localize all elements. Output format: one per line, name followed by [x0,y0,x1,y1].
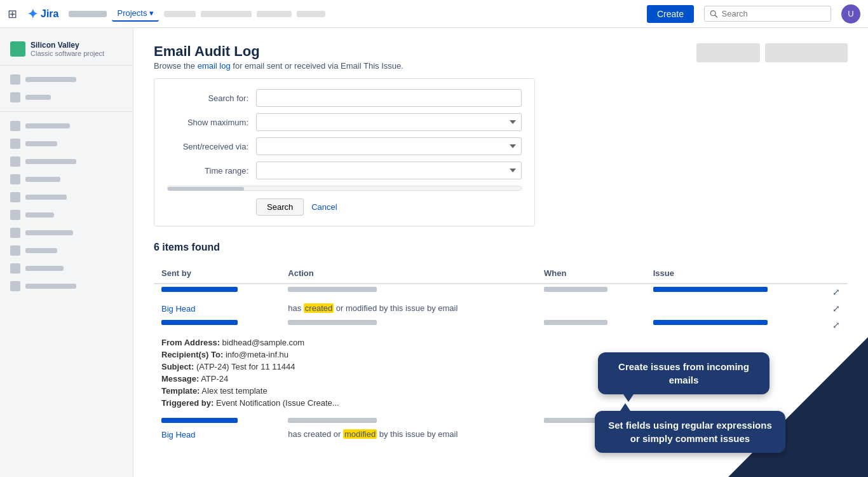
sidebar-item-9[interactable] [0,224,133,242]
bar-when-1 [544,287,607,292]
triggered-label: Triggered by: [161,398,214,408]
form-row-time: Time range: [167,162,522,179]
scrollbar-thumb[interactable] [168,187,244,191]
sidebar-item-2[interactable] [0,88,133,106]
jira-logo-icon: ✦ [27,6,38,22]
sidebar-item-11[interactable] [0,259,133,277]
table-row-bar-1: ⤢ [154,284,848,300]
cancel-button[interactable]: Cancel [311,202,337,212]
sidebar-icon-12 [10,281,20,291]
search-form: Search for: Show maximum: Sent/received … [154,78,535,226]
sidebar-icon-6 [10,174,20,184]
nav-menu: Projects ▾ [69,6,637,22]
col-action: Action [280,263,536,284]
sidebar-label-11 [25,266,64,271]
subject-value: (ATP-24) Test for 11 11444 [196,362,295,371]
bar-issue-1 [653,287,768,292]
show-max-select[interactable] [256,113,522,131]
form-row-search: Search for: [167,89,522,107]
sidebar-label-7 [25,195,67,200]
project-type: Classic software project [31,50,104,57]
table-row-1: Big Head has created or modified by this… [154,300,848,317]
col-when: When [536,263,646,284]
form-row-via: Sent/received via: [167,137,522,155]
template-label: Template: [161,386,200,396]
col-issue: Issue [646,263,825,284]
header-btn-2[interactable] [765,43,848,62]
project-name: Silicon Valley [31,41,104,50]
results-count: 6 items found [154,242,848,253]
nav-placeholder-3 [201,11,252,17]
sidebar-label-10 [25,248,57,253]
message-value: ATP-24 [201,374,228,384]
show-max-label: Show maximum: [167,118,256,127]
sidebar-label-5 [25,159,76,164]
bar-sent-3 [161,418,238,423]
projects-nav-item[interactable]: Projects ▾ [112,6,159,22]
col-sent-by: Sent by [154,263,280,284]
sidebar-item-12[interactable] [0,277,133,295]
sidebar-icon-10 [10,245,20,256]
search-button[interactable]: Search [256,198,304,216]
highlight-modified-1: modified [343,429,377,439]
top-navigation: ⊞ ✦ Jira Projects ▾ Create U [0,0,868,28]
nav-placeholder-1 [69,11,107,17]
sidebar-icon-5 [10,156,20,167]
sidebar-item-8[interactable] [0,206,133,224]
sidebar-item-7[interactable] [0,188,133,206]
user-avatar[interactable]: U [841,4,860,24]
expand-icon-1b[interactable]: ⤢ [832,303,840,314]
sidebar-item-4[interactable] [0,135,133,153]
sender-link-2[interactable]: Big Head [161,430,195,439]
page-header: Email Audit Log Browse the email log for… [154,43,848,71]
search-for-label: Search for: [167,93,256,103]
sender-link-1[interactable]: Big Head [161,304,195,314]
bar-action-3 [288,418,377,423]
message-label: Message: [161,374,199,384]
main-content: Email Audit Log Browse the email log for… [133,28,868,477]
jira-logo[interactable]: ✦ Jira [27,6,58,22]
header-btn-1[interactable] [696,43,760,62]
bar-sent-2 [161,320,238,325]
sidebar-icon-11 [10,263,20,273]
create-button[interactable]: Create [647,5,694,23]
sidebar-label-12 [25,284,76,289]
table-header-row: Sent by Action When Issue [154,263,848,284]
svg-point-0 [710,10,715,15]
time-range-label: Time range: [167,166,256,176]
recipients-label: Recipient(s) To: [161,350,223,359]
sidebar-item-1[interactable] [0,71,133,88]
app-body: Silicon Valley Classic software project [0,28,868,477]
sidebar-divider-1 [0,111,133,112]
sidebar-item-3[interactable] [0,117,133,135]
nav-placeholder-4 [257,11,292,17]
sidebar-icon-8 [10,210,20,220]
nav-placeholder-2 [164,11,196,17]
sidebar-icon-2 [10,92,20,102]
results-table: Sent by Action When Issue ⤢ [154,263,848,443]
action-cell-1: has created or modified by this issue by… [280,300,536,317]
expand-icon-2[interactable]: ⤢ [832,320,840,330]
sidebar-label-4 [25,141,57,146]
template-value: Alex test template [201,386,267,396]
sent-received-select[interactable] [256,137,522,155]
sent-received-label: Sent/received via: [167,142,256,151]
search-bar[interactable] [704,6,831,22]
time-range-select[interactable] [256,162,522,179]
expand-icon-1[interactable]: ⤢ [832,287,840,297]
sidebar-item-10[interactable] [0,242,133,259]
svg-line-1 [715,15,717,17]
bar-action-1 [288,287,377,292]
form-actions: Search Cancel [167,198,522,216]
bar-issue-3 [653,418,768,423]
scrollbar-area [167,186,522,191]
bar-issue-2 [653,320,768,325]
grid-icon[interactable]: ⊞ [8,7,17,21]
header-buttons [696,43,848,62]
search-input[interactable] [722,9,825,18]
sidebar-item-5[interactable] [0,153,133,170]
search-for-input[interactable] [256,89,522,107]
sidebar-item-6[interactable] [0,170,133,188]
page-subtitle: Browse the email log for email sent or r… [154,61,403,71]
email-log-link[interactable]: email log [198,61,231,71]
